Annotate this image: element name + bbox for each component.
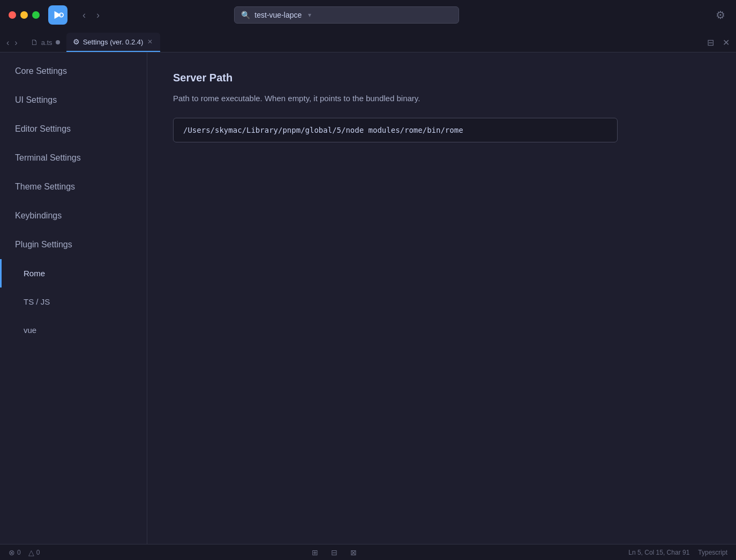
- status-bar: ⊗ 0 △ 0 ⊞ ⊟ ⊠ Ln 5, Col 15, Char 91 Type…: [0, 544, 736, 560]
- app-icon: [48, 5, 67, 25]
- content-area: Server Path Path to rome executable. Whe…: [147, 52, 736, 544]
- title-bar: ‹ › 🔍 test-vue-lapce ▾ ⚙: [0, 0, 736, 30]
- sidebar-item-ui-settings[interactable]: UI Settings: [0, 86, 147, 115]
- nav-back-button[interactable]: ‹: [78, 7, 90, 23]
- tab-a-ts[interactable]: 🗋 a.ts: [24, 33, 66, 52]
- tab-nav-back[interactable]: ‹: [4, 37, 11, 49]
- sidebar-item-editor-settings[interactable]: Editor Settings: [0, 115, 147, 143]
- nav-buttons: ‹ ›: [78, 7, 104, 23]
- close-panel-button[interactable]: ✕: [720, 36, 732, 49]
- layout-icon-2[interactable]: ⊟: [331, 548, 337, 557]
- section-title: Server Path: [173, 72, 710, 84]
- error-count: 0: [17, 549, 21, 556]
- sidebar-item-ts-js[interactable]: TS / JS: [0, 287, 147, 316]
- sidebar-label-theme-settings: Theme Settings: [15, 182, 75, 192]
- tab-nav-forward[interactable]: ›: [12, 37, 19, 49]
- error-status[interactable]: ⊗ 0: [9, 548, 21, 557]
- tab-actions: ⊟ ✕: [705, 36, 732, 52]
- sidebar-label-rome: Rome: [24, 269, 45, 278]
- tab-settings[interactable]: ⚙ Settings (ver. 0.2.4) ✕: [66, 33, 161, 52]
- cursor-position: Ln 5, Col 15, Char 91: [628, 549, 689, 556]
- sidebar-item-vue[interactable]: vue: [0, 316, 147, 344]
- layout-icon-1[interactable]: ⊞: [312, 548, 318, 557]
- sidebar-label-terminal-settings: Terminal Settings: [15, 153, 81, 163]
- sidebar-item-rome[interactable]: Rome: [0, 259, 147, 287]
- file-icon: 🗋: [31, 38, 38, 47]
- minimize-button[interactable]: [20, 11, 28, 19]
- unsaved-dot: [56, 40, 60, 44]
- search-bar[interactable]: 🔍 test-vue-lapce ▾: [234, 6, 459, 24]
- close-button[interactable]: [9, 11, 16, 19]
- sidebar-label-keybindings: Keybindings: [15, 211, 62, 221]
- close-tab-button[interactable]: ✕: [146, 37, 154, 47]
- sidebar-item-terminal-settings[interactable]: Terminal Settings: [0, 143, 147, 172]
- warning-icon: △: [28, 548, 34, 557]
- settings-gear-button[interactable]: ⚙: [714, 6, 727, 24]
- warning-count: 0: [36, 549, 40, 556]
- tab-bar: ‹ › 🗋 a.ts ⚙ Settings (ver. 0.2.4) ✕ ⊟ ✕: [0, 30, 736, 52]
- sidebar-item-core-settings[interactable]: Core Settings: [0, 57, 147, 86]
- sidebar-label-ts-js: TS / JS: [24, 297, 50, 306]
- language-mode[interactable]: Typescript: [698, 549, 727, 556]
- sidebar-label-editor-settings: Editor Settings: [15, 124, 71, 134]
- sidebar-label-plugin-settings: Plugin Settings: [15, 240, 72, 249]
- sidebar-label-ui-settings: UI Settings: [15, 95, 57, 105]
- sidebar-item-theme-settings[interactable]: Theme Settings: [0, 172, 147, 201]
- tab-settings-label: Settings (ver. 0.2.4): [83, 38, 144, 46]
- tab-nav: ‹ ›: [4, 37, 20, 52]
- settings-tab-icon: ⚙: [73, 37, 80, 46]
- search-text: test-vue-lapce: [254, 11, 302, 19]
- section-description: Path to rome executable. When empty, it …: [173, 93, 710, 105]
- main-content: Core Settings UI Settings Editor Setting…: [0, 52, 736, 544]
- sidebar-item-plugin-settings[interactable]: Plugin Settings: [0, 230, 147, 259]
- layout-icon-3[interactable]: ⊠: [350, 548, 357, 557]
- sidebar-item-keybindings[interactable]: Keybindings: [0, 201, 147, 230]
- status-center: ⊞ ⊟ ⊠: [40, 548, 628, 557]
- server-path-input[interactable]: [173, 118, 618, 142]
- maximize-button[interactable]: [32, 11, 40, 19]
- sidebar-label-core-settings: Core Settings: [15, 66, 67, 76]
- split-view-button[interactable]: ⊟: [705, 36, 716, 49]
- traffic-lights: [9, 11, 40, 19]
- status-right: Ln 5, Col 15, Char 91 Typescript: [628, 549, 727, 556]
- search-icon: 🔍: [241, 11, 250, 19]
- nav-forward-button[interactable]: ›: [92, 7, 104, 23]
- sidebar-label-vue: vue: [24, 326, 36, 335]
- error-icon: ⊗: [9, 548, 15, 557]
- warning-status[interactable]: △ 0: [28, 548, 40, 557]
- dropdown-arrow-icon: ▾: [308, 11, 311, 19]
- sidebar: Core Settings UI Settings Editor Setting…: [0, 52, 147, 544]
- status-left: ⊗ 0 △ 0: [9, 548, 40, 557]
- tab-label: a.ts: [41, 39, 52, 47]
- svg-marker-0: [55, 11, 62, 19]
